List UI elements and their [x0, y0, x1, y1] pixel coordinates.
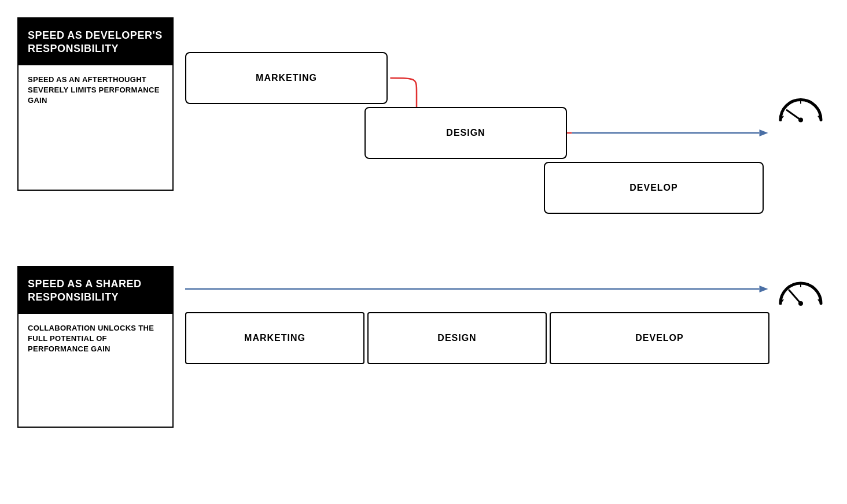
bottom-marketing-box: MARKETING	[185, 312, 364, 364]
bottom-card-header: SPEED AS A SHARED RESPONSIBILITY	[19, 267, 172, 314]
top-card-header: SPEED AS DEVELOPER'S RESPONSIBILITY	[19, 18, 172, 65]
svg-marker-8	[759, 286, 768, 292]
top-speedometer	[772, 83, 830, 132]
svg-marker-1	[759, 129, 768, 136]
svg-point-13	[798, 301, 803, 306]
bottom-diagram: MARKETING DESIGN DEVELOP	[185, 266, 830, 381]
svg-line-12	[789, 290, 801, 303]
top-section: SPEED AS DEVELOPER'S RESPONSIBILITY SPEE…	[17, 17, 830, 237]
bottom-card-body: COLLABORATION UNLOCKS THE FULL POTENTIAL…	[19, 314, 172, 364]
top-marketing-box: MARKETING	[185, 52, 388, 104]
bottom-develop-box: DEVELOP	[550, 312, 769, 364]
top-card-body: SPEED AS AN AFTERTHOUGHT SEVERELY LIMITS…	[19, 65, 172, 116]
bottom-design-box: DESIGN	[367, 312, 547, 364]
bottom-speedometer	[772, 266, 830, 315]
top-diagram: MARKETING DESIGN DEVELOP	[185, 17, 830, 237]
bottom-section: SPEED AS A SHARED RESPONSIBILITY COLLABO…	[17, 266, 830, 428]
bottom-info-card: SPEED AS A SHARED RESPONSIBILITY COLLABO…	[17, 266, 174, 428]
svg-point-6	[798, 118, 803, 123]
top-develop-box: DEVELOP	[544, 162, 764, 214]
svg-line-5	[787, 110, 801, 120]
top-info-card: SPEED AS DEVELOPER'S RESPONSIBILITY SPEE…	[17, 17, 174, 191]
top-design-box: DESIGN	[364, 107, 567, 159]
